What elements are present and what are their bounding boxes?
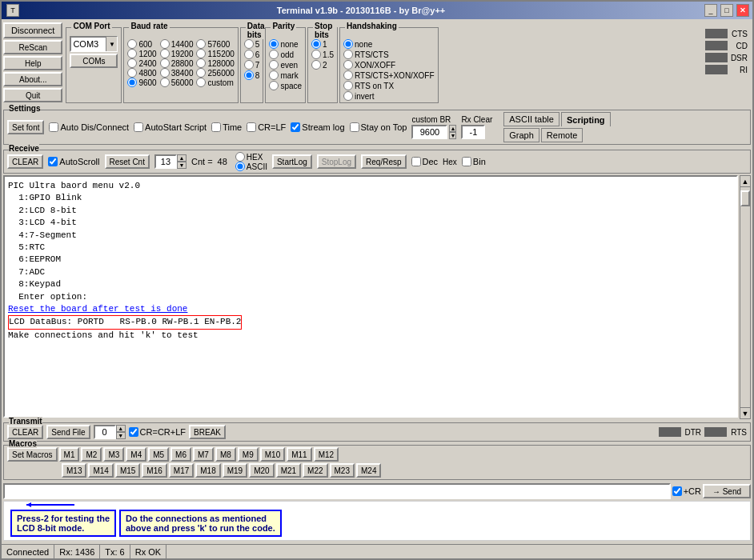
baud-600[interactable]: 600 (127, 39, 156, 49)
macro-button[interactable]: M7 (193, 447, 214, 462)
hex-radio[interactable]: HEX (235, 152, 267, 162)
reset-cnt-button[interactable]: Reset Cnt (105, 154, 150, 169)
baud-57600[interactable]: 57600 (196, 39, 234, 49)
parity-space[interactable]: space (269, 81, 302, 90)
databits-6[interactable]: 6 (244, 50, 260, 59)
baud-14400[interactable]: 14400 (160, 39, 194, 49)
hs-rts-cts-xon-xoff[interactable]: RTS/CTS+XON/XOFF (343, 70, 435, 80)
baud-1200[interactable]: 1200 (127, 49, 156, 58)
transmit-counter-input[interactable] (94, 425, 116, 439)
databits-5[interactable]: 5 (244, 39, 260, 49)
hs-rts-on-tx[interactable]: RTS on TX (343, 81, 435, 90)
parity-even[interactable]: even (269, 60, 302, 70)
coms-button[interactable]: COMs (70, 54, 118, 68)
minimize-button[interactable]: _ (704, 4, 717, 17)
req-resp-button[interactable]: Req/Resp (361, 154, 406, 169)
baud-2400[interactable]: 2400 (127, 58, 156, 68)
cr-cr-lf-check[interactable]: CR=CR+LF (129, 427, 186, 437)
macro-button[interactable]: M18 (195, 463, 220, 478)
send-file-button[interactable]: Send File (46, 425, 90, 439)
receive-clear-button[interactable]: CLEAR (7, 154, 43, 169)
baud-115200[interactable]: 115200 (196, 49, 234, 58)
databits-7[interactable]: 7 (244, 60, 260, 70)
break-button[interactable]: BREAK (189, 425, 226, 439)
transmit-clear-button[interactable]: CLEAR (7, 425, 43, 439)
baud-38400[interactable]: 38400 (160, 68, 194, 78)
counter-down-arrow[interactable]: ▼ (177, 162, 186, 169)
macro-button[interactable]: M1 (59, 447, 80, 462)
stream-log-check[interactable]: Stream log (291, 122, 344, 132)
macro-button[interactable]: M22 (303, 463, 327, 478)
transmit-up-arrow[interactable]: ▲ (116, 425, 126, 432)
baud-56000[interactable]: 56000 (160, 78, 194, 87)
cr-lf-check[interactable]: CR=LF (247, 122, 286, 132)
help-button[interactable]: Help (3, 56, 62, 70)
macro-button[interactable]: M19 (223, 463, 247, 478)
hs-none[interactable]: none (343, 39, 435, 49)
macro-button[interactable]: M6 (170, 447, 191, 462)
baud-256000[interactable]: 256000 (196, 68, 234, 78)
com-port-select[interactable]: COM1 COM2 COM3 COM4 (70, 36, 118, 52)
counter-up-arrow[interactable]: ▲ (177, 154, 186, 162)
macro-button[interactable]: M23 (330, 463, 355, 478)
transmit-spinbox[interactable]: ▲ ▼ (94, 425, 126, 439)
ascii-table-button[interactable]: ASCII table (503, 112, 559, 126)
send-button[interactable]: → Send (703, 484, 751, 498)
autostart-script-check[interactable]: AutoStart Script (134, 122, 207, 132)
start-log-button[interactable]: StartLog (272, 154, 312, 169)
custom-br-input[interactable] (411, 125, 447, 139)
stay-on-top-check[interactable]: Stay on Top (350, 122, 407, 132)
bin-check[interactable]: Bin (462, 157, 486, 166)
input-field[interactable] (3, 483, 671, 499)
macro-button[interactable]: M17 (169, 463, 194, 478)
parity-none[interactable]: none (269, 39, 302, 49)
macro-button[interactable]: M2 (81, 447, 102, 462)
scroll-thumb[interactable] (740, 190, 750, 206)
macro-button[interactable]: M3 (103, 447, 124, 462)
scroll-up-button[interactable]: ▲ (740, 176, 750, 187)
baud-19200[interactable]: 19200 (160, 49, 194, 58)
remote-button[interactable]: Remote (541, 128, 584, 142)
macro-button[interactable]: M16 (142, 463, 166, 478)
set-font-button[interactable]: Set font (7, 120, 44, 134)
ascii-radio[interactable]: ASCII (235, 162, 267, 171)
baud-9600[interactable]: 9600 (127, 78, 156, 87)
rescan-button[interactable]: ReScan (3, 40, 62, 54)
terminal-scrollbar[interactable]: ▲ ▼ (740, 175, 751, 419)
quit-button[interactable]: Quit (3, 88, 62, 102)
rx-clear-down-arrow[interactable]: ▼ (449, 132, 456, 139)
graph-button[interactable]: Graph (503, 128, 539, 142)
time-check[interactable]: Time (211, 122, 242, 132)
set-macros-button[interactable]: Set Macros (7, 447, 58, 462)
macro-button[interactable]: M15 (115, 463, 140, 478)
macro-button[interactable]: M9 (238, 447, 259, 462)
baud-4800[interactable]: 4800 (127, 68, 156, 78)
macro-button[interactable]: M20 (249, 463, 274, 478)
auto-dis-connect-check[interactable]: Auto Dis/Connect (49, 122, 129, 132)
com-port-selector[interactable]: COM1 COM2 COM3 COM4 ▼ (70, 36, 118, 52)
cr-check[interactable]: +CR (672, 486, 701, 496)
scripting-button[interactable]: Scripting (561, 112, 611, 126)
stop-log-button[interactable]: StopLog (317, 154, 356, 169)
baud-128000[interactable]: 128000 (196, 58, 234, 68)
rx-clear-input[interactable] (461, 125, 485, 139)
macro-button[interactable]: M13 (62, 463, 86, 478)
counter-input[interactable] (154, 154, 177, 169)
counter-spinbox[interactable]: ▲ ▼ (154, 154, 186, 169)
macro-button[interactable]: M21 (276, 463, 301, 478)
transmit-down-arrow[interactable]: ▼ (116, 432, 126, 439)
macro-button[interactable]: M14 (88, 463, 113, 478)
hs-rts-cts[interactable]: RTS/CTS (343, 50, 435, 59)
parity-odd[interactable]: odd (269, 50, 302, 59)
macro-button[interactable]: M24 (356, 463, 381, 478)
macro-button[interactable]: M12 (314, 447, 339, 462)
hs-invert[interactable]: invert (343, 91, 435, 101)
databits-8[interactable]: 8 (244, 70, 260, 80)
autoscroll-check[interactable]: AutoScroll (48, 157, 99, 166)
baud-custom[interactable]: custom (196, 78, 234, 87)
parity-mark[interactable]: mark (269, 70, 302, 80)
stopbits-1.5[interactable]: 1.5 (311, 50, 334, 59)
scroll-down-button[interactable]: ▼ (740, 407, 750, 418)
macro-button[interactable]: M11 (287, 447, 311, 462)
dec-check[interactable]: Dec (411, 157, 439, 166)
